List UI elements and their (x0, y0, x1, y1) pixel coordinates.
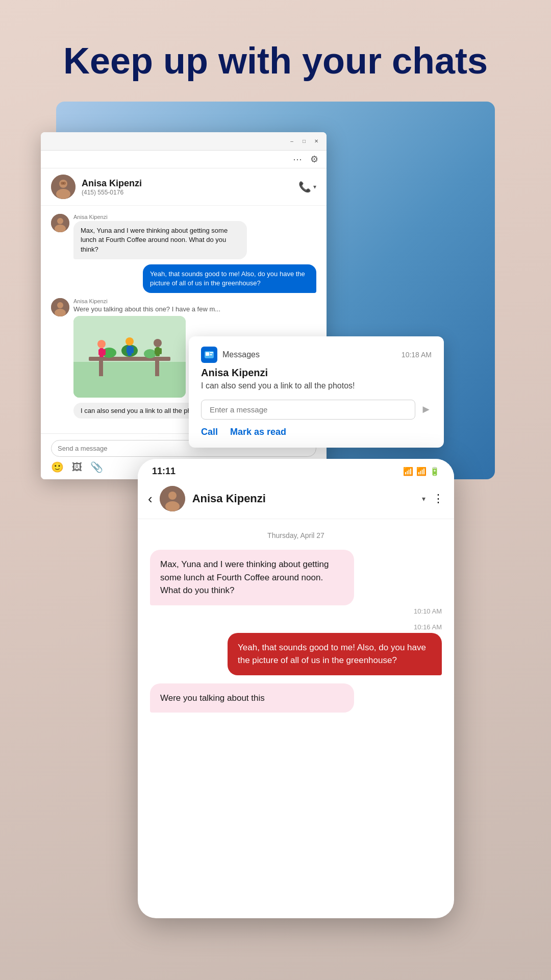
sender-name-1: Anisa Kipenzi (73, 214, 247, 220)
window-controls: – □ ✕ (288, 137, 320, 145)
svg-point-18 (144, 349, 156, 358)
svg-rect-21 (98, 349, 102, 355)
signal-icon: 📶 (416, 467, 427, 476)
svg-point-2 (56, 189, 70, 199)
message-bubble-1: Max, Yuna and I were thinking about gett… (73, 221, 247, 259)
call-dropdown-arrow: ▾ (313, 183, 316, 190)
svg-rect-29 (155, 348, 157, 354)
contact-info: Anisa Kipenzi (415) 555-0176 (51, 175, 142, 199)
settings-icon[interactable]: ⚙ (310, 154, 318, 165)
wifi-icon: 📶 (403, 467, 413, 476)
toast-message-text: I can also send you a link to all the ph… (201, 381, 432, 391)
phone-message-row-1: Max, Yuna and I were thinking about gett… (150, 550, 442, 615)
svg-point-23 (126, 337, 134, 346)
svg-rect-25 (127, 347, 129, 353)
gif-icon[interactable]: 🖼 (72, 461, 82, 473)
window-toolbar: ⋯ ⚙ (41, 151, 327, 168)
contact-header: Anisa Kipenzi (415) 555-0176 📞 ▾ (41, 168, 327, 206)
svg-rect-26 (131, 347, 134, 353)
status-icons: 📶 📶 🔋 (403, 467, 440, 476)
phone-icon: 📞 (298, 181, 311, 193)
svg-point-19 (97, 340, 106, 348)
mobile-area: 11:11 📶 📶 🔋 ‹ Anisa Kipenzi ▾ ⋮ Thursday… (97, 459, 454, 918)
message-row-1: Anisa Kipenzi Max, Yuna and I were think… (51, 214, 316, 259)
emoji-icon[interactable]: 🙂 (51, 461, 64, 473)
phone-frame: 11:11 📶 📶 🔋 ‹ Anisa Kipenzi ▾ ⋮ Thursday… (138, 459, 454, 918)
battery-icon: 🔋 (430, 467, 440, 476)
toast-input-row: ► (201, 400, 432, 420)
phone-chat-header: ‹ Anisa Kipenzi ▾ ⋮ (138, 481, 454, 519)
sender-avatar-1 (51, 214, 69, 232)
minimize-button[interactable]: – (288, 137, 296, 145)
page-heading: Keep up with your chats (0, 0, 551, 102)
toast-reply-input[interactable] (201, 400, 415, 420)
svg-rect-14 (99, 361, 103, 376)
phone-msg-bubble-3: Were you talking about this (150, 683, 354, 713)
phone-messages: Thursday, April 27 Max, Yuna and I were … (138, 519, 454, 723)
phone-contact-avatar (160, 486, 185, 511)
svg-rect-12 (73, 362, 186, 398)
svg-rect-22 (103, 349, 106, 355)
toast-app-icon (201, 347, 217, 363)
desktop-area: – □ ✕ ⋯ ⚙ (41, 102, 510, 500)
svg-point-9 (57, 302, 63, 308)
svg-rect-15 (155, 361, 159, 376)
phone-contact-name: Anisa Kipenzi (192, 492, 415, 505)
sender-name-3: Anisa Kipenzi (73, 298, 220, 304)
sender-avatar-3 (51, 298, 69, 316)
svg-point-36 (168, 492, 177, 500)
toast-header: Messages 10:18 AM (201, 347, 432, 363)
message-text-3: Were you talking about this one? I have … (73, 305, 220, 313)
contact-name: Anisa Kipenzi (82, 178, 142, 189)
svg-rect-13 (89, 357, 170, 361)
greenhouse-image (73, 316, 186, 398)
phone-more-options-button[interactable]: ⋮ (433, 492, 444, 505)
back-button[interactable]: ‹ (148, 492, 153, 505)
maximize-button[interactable]: □ (300, 137, 308, 145)
toast-app-name: Messages (222, 350, 260, 359)
phone-message-row-2: 10:16 AM Yeah, that sounds good to me! A… (150, 621, 442, 677)
phone-msg-time-2: 10:16 AM (414, 623, 442, 631)
toast-app-info: Messages (201, 347, 260, 363)
toast-call-button[interactable]: Call (201, 427, 218, 437)
svg-point-6 (57, 218, 63, 224)
message-bubble-2: Yeah, that sounds good to me! Also, do y… (143, 264, 316, 293)
svg-point-37 (165, 501, 180, 511)
phone-msg-bubble-1: Max, Yuna and I were thinking about gett… (150, 550, 354, 605)
more-options-icon[interactable]: ⋯ (293, 154, 302, 165)
svg-rect-34 (210, 354, 212, 355)
toast-send-button[interactable]: ► (420, 403, 432, 416)
toast-notification: Messages 10:18 AM Anisa Kipenzi I can al… (189, 336, 444, 448)
status-time: 11:11 (152, 466, 176, 477)
call-button[interactable]: 📞 ▾ (298, 181, 316, 193)
toast-actions: Call Mark as read (201, 427, 432, 437)
phone-message-row-3: Were you talking about this (150, 683, 442, 713)
contact-phone: (415) 555-0176 (82, 189, 142, 196)
svg-rect-32 (206, 352, 209, 356)
contact-dropdown-icon[interactable]: ▾ (422, 495, 425, 503)
toast-time: 10:18 AM (402, 351, 432, 359)
phone-status-bar: 11:11 📶 📶 🔋 (138, 459, 454, 481)
toast-mark-read-button[interactable]: Mark as read (230, 427, 286, 437)
close-button[interactable]: ✕ (312, 137, 320, 145)
svg-point-27 (154, 339, 162, 347)
phone-msg-time-1: 10:10 AM (150, 607, 442, 615)
window-titlebar: – □ ✕ (41, 132, 327, 151)
message-row-2: Yeah, that sounds good to me! Also, do y… (51, 264, 316, 293)
svg-rect-30 (159, 348, 162, 354)
contact-avatar (51, 175, 76, 199)
date-divider: Thursday, April 27 (150, 531, 442, 540)
phone-msg-bubble-2: Yeah, that sounds good to me! Also, do y… (228, 633, 442, 675)
svg-rect-33 (210, 352, 213, 353)
toast-contact-name: Anisa Kipenzi (201, 367, 432, 379)
svg-point-4 (63, 182, 66, 185)
